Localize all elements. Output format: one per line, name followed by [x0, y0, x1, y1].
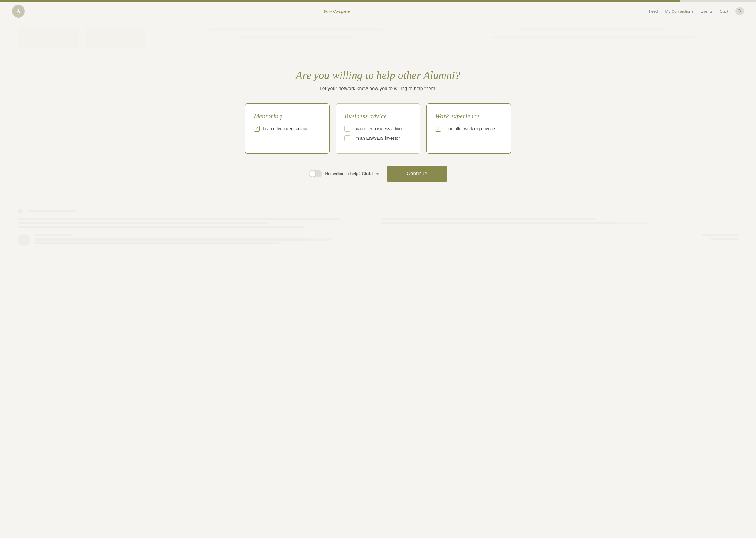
modal-title: Are you willing to help other Alumni?: [296, 69, 460, 82]
work-experience-checkbox[interactable]: [435, 126, 441, 132]
svg-line-1: [740, 12, 741, 13]
search-button[interactable]: [735, 7, 744, 16]
work-experience-label: I can offer work experience: [444, 126, 495, 131]
mentoring-card: Mentoring I can offer career advice: [245, 103, 330, 154]
logo-letter: A: [17, 8, 21, 15]
work-experience-card: Work experience I can offer work experie…: [426, 103, 511, 154]
header: A 90% Complete Feed My Connections Event…: [0, 2, 756, 21]
logo[interactable]: A: [12, 5, 25, 18]
business-advice-label: I can offer business advice: [354, 126, 404, 131]
header-nav: Feed My Connections Events Start: [649, 7, 744, 16]
work-experience-item: I can offer work experience: [435, 126, 502, 132]
search-icon: [737, 9, 742, 13]
toggle-knob: [309, 171, 315, 177]
business-advice-checkbox[interactable]: [345, 126, 351, 132]
business-advice-card: Business advice I can offer business adv…: [336, 103, 420, 154]
career-advice-checkbox[interactable]: [254, 126, 260, 132]
bg-top-section: [0, 21, 756, 54]
eis-investor-checkbox[interactable]: [345, 135, 351, 141]
progress-text: 90% Complete: [324, 9, 350, 14]
not-willing-toggle: Not willing to help? Click here: [309, 170, 381, 177]
progress-bar-container: [0, 0, 756, 2]
modal-backdrop: Are you willing to help other Alumni? Le…: [0, 57, 756, 209]
business-advice-card-title: Business advice: [345, 112, 411, 120]
nav-connections[interactable]: My Connections: [665, 9, 693, 14]
cards-container: Mentoring I can offer career advice Busi…: [242, 103, 514, 154]
progress-bar-fill: [0, 0, 681, 2]
not-willing-switch[interactable]: [309, 170, 322, 177]
nav-start[interactable]: Start: [720, 9, 728, 14]
modal-subtitle: Let your network know how you're willing…: [320, 86, 436, 91]
nav-feed[interactable]: Feed: [649, 9, 658, 14]
career-advice-item: I can offer career advice: [254, 126, 321, 132]
business-advice-item: I can offer business advice: [345, 126, 411, 132]
eis-investor-item: I'm an EIS/SEIS investor: [345, 135, 411, 141]
nav-events[interactable]: Events: [701, 9, 713, 14]
eis-investor-label: I'm an EIS/SEIS investor: [354, 136, 400, 141]
bg-bottom-section: [0, 209, 756, 258]
mentoring-card-title: Mentoring: [254, 112, 321, 120]
work-experience-card-title: Work experience: [435, 112, 502, 120]
continue-button[interactable]: Continue: [387, 166, 447, 182]
career-advice-label: I can offer career advice: [263, 126, 308, 131]
not-willing-label: Not willing to help? Click here: [325, 171, 381, 176]
full-page: A 90% Complete Feed My Connections Event…: [0, 2, 756, 538]
bottom-row: Not willing to help? Click here Continue: [309, 166, 447, 182]
